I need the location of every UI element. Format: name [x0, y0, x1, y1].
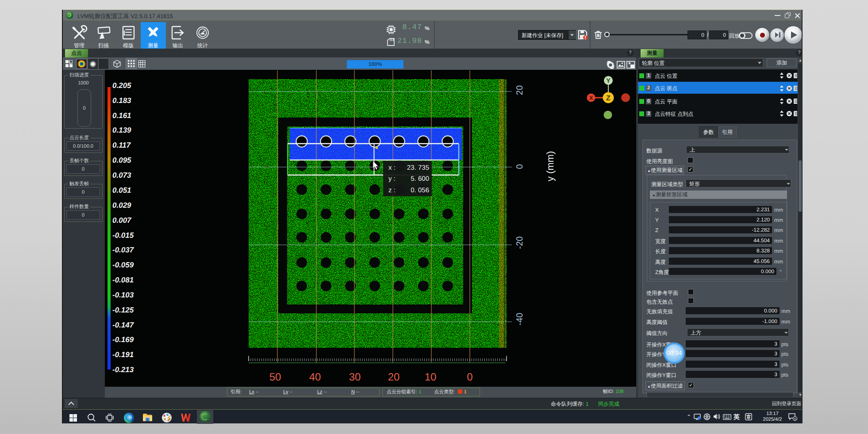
svg-text:0.029: 0.029 [112, 201, 131, 209]
svg-text:0: 0 [467, 371, 472, 383]
svg-text:-20: -20 [515, 236, 525, 249]
svg-text:-0.081: -0.081 [112, 276, 134, 284]
svg-text:-0.147: -0.147 [112, 321, 134, 329]
svg-text:40: 40 [309, 371, 321, 383]
svg-text:0.161: 0.161 [112, 111, 131, 120]
svg-text:5: 5 [794, 418, 796, 421]
svg-text:-0.015: -0.015 [112, 231, 134, 240]
svg-text:y :: y : [388, 175, 396, 183]
svg-text:50: 50 [269, 371, 281, 383]
svg-text:X: X [589, 95, 593, 101]
svg-text:5. 600: 5. 600 [411, 175, 429, 183]
svg-text:-0.125: -0.125 [112, 306, 134, 314]
svg-text:30: 30 [349, 371, 361, 383]
svg-text:-0.213: -0.213 [112, 365, 134, 374]
svg-text:0.117: 0.117 [112, 141, 131, 149]
svg-text:20: 20 [515, 85, 525, 95]
svg-text:-0.103: -0.103 [112, 291, 134, 299]
svg-text:0.139: 0.139 [112, 126, 131, 134]
svg-text:0.205: 0.205 [112, 81, 131, 90]
svg-text:20: 20 [388, 371, 400, 383]
svg-text:x :: x : [388, 164, 396, 171]
svg-text:y (mm): y (mm) [545, 151, 556, 181]
svg-text:0.073: 0.073 [112, 171, 131, 179]
svg-text:-0.169: -0.169 [112, 335, 134, 344]
svg-text:0.095: 0.095 [112, 156, 131, 164]
svg-text:Y: Y [606, 77, 611, 84]
svg-text:-0.059: -0.059 [112, 261, 134, 269]
svg-text:0.051: 0.051 [112, 186, 131, 194]
svg-text:z :: z : [388, 187, 396, 194]
svg-text:0.183: 0.183 [112, 96, 131, 105]
svg-text:-40: -40 [515, 313, 525, 326]
svg-text:23. 735: 23. 735 [407, 164, 429, 171]
svg-text:-0.037: -0.037 [112, 246, 134, 254]
svg-text:Z: Z [606, 95, 611, 102]
svg-text:10: 10 [425, 371, 437, 383]
svg-text:0: 0 [515, 164, 525, 169]
svg-text:0. 056: 0. 056 [411, 187, 429, 194]
svg-text:-0.191: -0.191 [112, 350, 134, 359]
svg-text:0.007: 0.007 [112, 216, 132, 225]
